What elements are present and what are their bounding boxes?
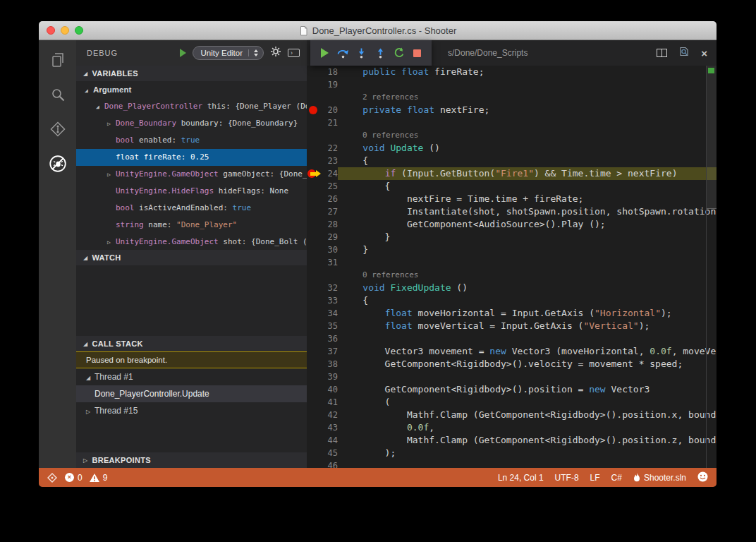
code-line[interactable]: 31 <box>307 256 717 269</box>
start-debug-button[interactable] <box>180 49 186 57</box>
code-line[interactable]: 24 if (Input.GetButton("Fire1") && Time.… <box>307 167 717 180</box>
gutter-glyph-margin[interactable] <box>307 193 319 205</box>
variables-section-header[interactable]: ◢ VARIABLES <box>76 66 307 81</box>
explorer-icon[interactable] <box>48 50 68 70</box>
gutter-glyph-margin[interactable] <box>307 91 319 104</box>
variable-row[interactable]: UnityEngine.HideFlags hideFlags: None <box>76 183 307 200</box>
gutter-glyph-margin[interactable] <box>307 434 319 447</box>
source-control-icon[interactable] <box>48 119 68 139</box>
debug-console-icon[interactable]: › <box>288 49 300 57</box>
gutter-glyph-margin[interactable] <box>307 180 319 193</box>
codelens-row[interactable]: 0 references <box>307 269 717 282</box>
restart-button[interactable] <box>392 46 406 60</box>
code-line[interactable]: 30 } <box>307 243 717 256</box>
code-line[interactable]: 45 ); <box>307 447 717 459</box>
minimize-window-button[interactable] <box>61 26 69 35</box>
breakpoint-indicator[interactable] <box>309 106 317 114</box>
variable-row[interactable]: ◢Argument <box>76 81 307 98</box>
project-indicator[interactable]: Shooter.sln <box>633 473 686 483</box>
gutter-glyph-margin[interactable] <box>307 396 319 409</box>
step-into-button[interactable] <box>355 46 369 60</box>
gutter-glyph-margin[interactable] <box>307 358 319 371</box>
code-line[interactable]: 23 { <box>307 155 717 167</box>
gutter-glyph-margin[interactable] <box>307 78 319 91</box>
variable-row[interactable]: ▷UnityEngine.GameObject gameObject: {Don… <box>76 166 307 183</box>
zoom-window-button[interactable] <box>75 26 83 35</box>
code-line[interactable]: 39 <box>307 371 717 383</box>
code-line[interactable]: 37 Vector3 movement = new Vector3 (moveH… <box>307 345 717 358</box>
gutter-glyph-margin[interactable] <box>307 409 319 421</box>
code-line[interactable]: 27 Instantiate(shot, shotSpawn.position,… <box>307 205 717 218</box>
code-line[interactable]: 20 private float nextFire; <box>307 104 717 116</box>
call-stack-section-header[interactable]: ◢ CALL STACK <box>76 336 307 351</box>
gutter-glyph-margin[interactable] <box>307 66 319 78</box>
breakpoints-section-header[interactable]: ▷ BREAKPOINTS <box>76 452 307 468</box>
variable-row[interactable]: string name: "Done_Player" <box>76 217 307 234</box>
code-line[interactable]: 19 <box>307 78 717 91</box>
split-editor-icon[interactable] <box>657 49 667 57</box>
call-stack-row[interactable]: Done_PlayerController.Update <box>76 385 307 402</box>
close-editor-icon[interactable]: × <box>701 48 707 59</box>
editor-scrollbar[interactable] <box>707 66 717 209</box>
stop-button[interactable] <box>410 46 425 60</box>
gutter-glyph-margin[interactable] <box>307 129 319 142</box>
code-line[interactable]: 40 GetComponent<Rigidbody>().position = … <box>307 383 717 396</box>
gutter-glyph-margin[interactable] <box>307 282 319 294</box>
gutter-glyph-margin[interactable] <box>307 332 319 345</box>
variable-row[interactable]: bool isActiveAndEnabled: true <box>76 200 307 217</box>
gutter-glyph-margin[interactable] <box>307 142 319 155</box>
gutter-glyph-margin[interactable] <box>307 155 319 167</box>
gutter-glyph-margin[interactable] <box>307 116 319 129</box>
code-line[interactable]: 29 } <box>307 231 717 243</box>
gutter-glyph-margin[interactable] <box>307 205 319 218</box>
code-line[interactable]: 21 <box>307 116 717 129</box>
gutter-glyph-margin[interactable] <box>307 447 319 459</box>
code-line[interactable]: 42 Mathf.Clamp (GetComponent<Rigidbody>(… <box>307 409 717 421</box>
code-line[interactable]: 22 void Update () <box>307 142 717 155</box>
step-out-button[interactable] <box>373 46 387 60</box>
variable-row[interactable]: ◢Done_PlayerController this: {Done_Playe… <box>76 98 307 115</box>
code-line[interactable]: 26 nextFire = Time.time + fireRate; <box>307 193 717 205</box>
code-line[interactable]: 46 <box>307 459 717 468</box>
variable-row[interactable]: ▷UnityEngine.GameObject shot: {Done_Bolt… <box>76 234 307 250</box>
gear-icon[interactable] <box>270 46 281 60</box>
gutter-glyph-margin[interactable] <box>307 243 319 256</box>
code-line[interactable]: 36 <box>307 332 717 345</box>
step-over-button[interactable] <box>336 46 350 60</box>
feedback-smiley-icon[interactable] <box>697 471 708 484</box>
language-indicator[interactable]: C# <box>611 473 622 483</box>
source-control-status-icon[interactable] <box>47 473 57 483</box>
code-line[interactable]: 18 public float fireRate; <box>307 66 717 78</box>
gutter-glyph-margin[interactable] <box>307 231 319 243</box>
code-line[interactable]: 28 GetComponent<AudioSource>().Play (); <box>307 218 717 231</box>
gutter-glyph-margin[interactable] <box>307 345 319 358</box>
code-line[interactable]: 25 { <box>307 180 717 193</box>
gutter-glyph-margin[interactable] <box>307 459 319 468</box>
gutter-glyph-margin[interactable] <box>307 294 319 307</box>
code-line[interactable]: 34 float moveHorizontal = Input.GetAxis … <box>307 307 717 320</box>
gutter-glyph-margin[interactable] <box>307 383 319 396</box>
code-line[interactable]: 41 ( <box>307 396 717 409</box>
continue-button[interactable] <box>317 46 331 60</box>
preview-icon[interactable] <box>678 46 690 60</box>
code-line[interactable]: 35 float moveVertical = Input.GetAxis ("… <box>307 320 717 332</box>
debug-icon[interactable] <box>48 154 68 174</box>
gutter-glyph-margin[interactable] <box>307 307 319 320</box>
search-icon[interactable] <box>48 85 68 104</box>
code-line[interactable]: 32 void FixedUpdate () <box>307 282 717 294</box>
debug-config-select[interactable]: Unity Editor <box>193 46 264 60</box>
close-window-button[interactable] <box>47 26 55 35</box>
watch-section-header[interactable]: ◢ WATCH <box>76 250 307 265</box>
gutter-glyph-margin[interactable] <box>307 421 319 434</box>
call-stack-row[interactable]: ▷Thread #15 <box>76 402 307 419</box>
codelens-row[interactable]: 2 references <box>307 91 717 104</box>
cursor-position[interactable]: Ln 24, Col 1 <box>498 473 544 483</box>
codelens-row[interactable]: 0 references <box>307 129 717 142</box>
encoding-indicator[interactable]: UTF-8 <box>555 473 579 483</box>
variable-row[interactable]: float fireRate: 0.25 <box>76 149 307 166</box>
gutter-glyph-margin[interactable] <box>307 371 319 383</box>
gutter-glyph-margin[interactable] <box>307 218 319 231</box>
gutter-glyph-margin[interactable] <box>307 167 319 180</box>
problems-status[interactable]: × 0 9 <box>65 473 107 483</box>
code-line[interactable]: 44 Mathf.Clamp (GetComponent<Rigidbody>(… <box>307 434 717 447</box>
